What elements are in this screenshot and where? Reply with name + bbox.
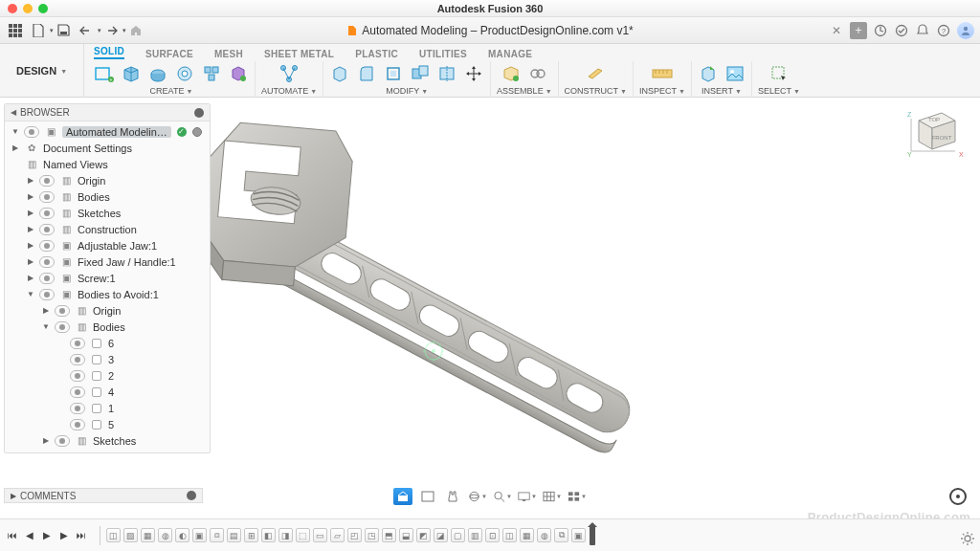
timeline-feature[interactable]: ◫: [502, 528, 517, 542]
timeline-feature[interactable]: ⊞: [244, 528, 258, 542]
visibility-icon[interactable]: [39, 191, 55, 203]
group-select[interactable]: SELECT▼: [758, 86, 800, 96]
tree-item[interactable]: 1: [108, 403, 114, 414]
visibility-icon[interactable]: [70, 403, 85, 414]
timeline-skip-end-icon[interactable]: ⏭: [75, 529, 88, 542]
visibility-icon[interactable]: [39, 208, 55, 219]
visibility-icon[interactable]: [70, 338, 85, 349]
new-tab-icon[interactable]: ＋: [850, 22, 867, 39]
timeline-feature[interactable]: ⊡: [485, 528, 500, 542]
file-menu-icon[interactable]: [29, 21, 48, 40]
tree-item[interactable]: 2: [108, 370, 114, 382]
tree-item[interactable]: Sketches: [93, 435, 136, 447]
form-icon[interactable]: [228, 63, 249, 84]
group-create[interactable]: CREATE▼: [150, 86, 193, 96]
twisty-icon[interactable]: ▶: [26, 241, 35, 250]
notifications-icon[interactable]: [915, 23, 930, 38]
tree-item[interactable]: Bodies to Avoid:1: [78, 289, 159, 300]
combine-icon[interactable]: [410, 63, 431, 84]
revolve-icon[interactable]: [147, 63, 168, 84]
nav-display-icon[interactable]: ▼: [518, 488, 537, 505]
tree-item[interactable]: Construction: [78, 224, 137, 235]
visibility-icon[interactable]: [55, 305, 70, 317]
tab-utilities[interactable]: UTILITIES: [419, 49, 467, 59]
timeline-feature[interactable]: ▣: [192, 528, 207, 542]
pattern-icon[interactable]: [201, 63, 222, 84]
nav-orbit-icon[interactable]: ▼: [468, 488, 487, 505]
tree-item[interactable]: Document Settings: [43, 143, 132, 154]
twisty-icon[interactable]: ▼: [26, 290, 35, 298]
fillet-icon[interactable]: [356, 63, 377, 84]
nav-pan-icon[interactable]: [443, 488, 462, 505]
nav-views-icon[interactable]: ▼: [568, 488, 587, 505]
nav-grid-icon[interactable]: ▼: [543, 488, 562, 505]
timeline-feature[interactable]: ⬒: [382, 528, 396, 542]
tree-item[interactable]: Sketches: [78, 208, 121, 219]
tree-item[interactable]: Bodies: [93, 321, 125, 333]
group-insert[interactable]: INSERT▼: [702, 86, 742, 96]
sketch-icon[interactable]: +: [94, 63, 115, 84]
timeline-feature[interactable]: ▤: [227, 528, 241, 542]
timeline-feature[interactable]: ⧈: [210, 528, 224, 542]
twisty-icon[interactable]: ▶: [26, 192, 35, 201]
timeline-feature[interactable]: ▣: [571, 528, 586, 542]
visibility-icon[interactable]: [39, 256, 55, 268]
timeline-cursor[interactable]: [590, 526, 595, 545]
nav-fit-icon[interactable]: [418, 488, 437, 505]
tab-sheet-metal[interactable]: SHEET METAL: [264, 49, 334, 59]
tree-item[interactable]: Origin: [93, 305, 121, 317]
job-status-icon[interactable]: [894, 23, 909, 38]
timeline-step-back-icon[interactable]: ◀: [23, 529, 36, 542]
timeline-skip-start-icon[interactable]: ⏮: [6, 529, 19, 542]
help-icon[interactable]: ?: [936, 23, 951, 38]
tree-item[interactable]: Screw:1: [78, 273, 116, 284]
twisty-icon[interactable]: ▶: [26, 225, 35, 233]
twisty-icon[interactable]: ▼: [41, 322, 51, 331]
tree-item[interactable]: Fixed Jaw / Handle:1: [78, 256, 176, 268]
visibility-icon[interactable]: [24, 126, 39, 138]
timeline-feature[interactable]: ◪: [434, 528, 448, 542]
shell-icon[interactable]: [383, 63, 404, 84]
timeline-feature[interactable]: ▭: [313, 528, 327, 542]
visibility-icon[interactable]: [55, 435, 70, 447]
move-icon[interactable]: [463, 63, 484, 84]
twisty-icon[interactable]: ▶: [41, 436, 51, 445]
visibility-icon[interactable]: [39, 224, 55, 235]
timeline-feature[interactable]: ▢: [451, 528, 465, 542]
tree-item[interactable]: 3: [108, 354, 114, 365]
automate-icon[interactable]: [278, 63, 300, 84]
nav-home-icon[interactable]: [393, 488, 412, 505]
nav-zoom-icon[interactable]: ▼: [493, 488, 512, 505]
visibility-icon[interactable]: [70, 354, 85, 365]
extensions-icon[interactable]: [873, 23, 888, 38]
viewcube[interactable]: TOP FRONT Z Y X: [903, 101, 965, 163]
tree-item[interactable]: 6: [108, 338, 114, 349]
tab-plastic[interactable]: PLASTIC: [355, 49, 398, 59]
twisty-icon[interactable]: ▶: [26, 176, 35, 185]
presspull-icon[interactable]: [329, 63, 350, 84]
visibility-icon[interactable]: [39, 289, 55, 300]
joint-icon[interactable]: [527, 63, 548, 84]
timeline-settings-icon[interactable]: [961, 532, 974, 545]
decal-icon[interactable]: [724, 63, 746, 84]
feedback-icon[interactable]: [949, 488, 967, 505]
tab-manage[interactable]: MANAGE: [488, 49, 532, 59]
collapse-icon[interactable]: ▼: [11, 127, 20, 136]
visibility-icon[interactable]: [70, 370, 85, 382]
timeline-feature[interactable]: ◰: [347, 528, 362, 542]
group-modify[interactable]: MODIFY▼: [386, 86, 428, 96]
tree-item[interactable]: Bodies: [78, 191, 110, 203]
user-avatar[interactable]: [957, 22, 974, 39]
visibility-icon[interactable]: [39, 240, 55, 252]
visibility-icon[interactable]: [70, 419, 85, 430]
timeline-feature[interactable]: ⬚: [296, 528, 310, 542]
component-icon[interactable]: [501, 63, 522, 84]
box-icon[interactable]: [121, 63, 142, 84]
timeline-feature[interactable]: ▥: [468, 528, 482, 542]
timeline-feature[interactable]: ◫: [106, 528, 121, 542]
twisty-icon[interactable]: ▶: [11, 143, 20, 152]
twisty-icon[interactable]: ▶: [26, 274, 35, 282]
measure-icon[interactable]: [652, 63, 673, 84]
visibility-icon[interactable]: [55, 321, 70, 333]
radio-badge[interactable]: [192, 127, 202, 137]
